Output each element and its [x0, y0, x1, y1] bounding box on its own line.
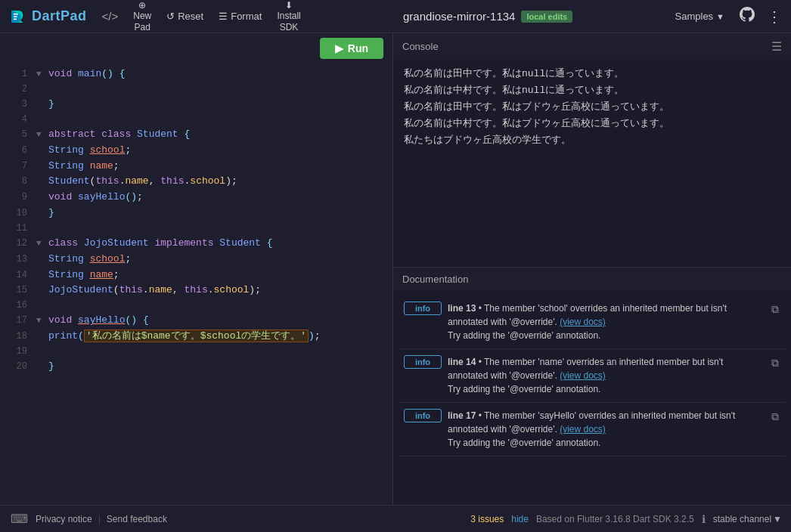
copy-button[interactable]: ⧉ — [770, 409, 780, 425]
info-badge: info — [404, 302, 442, 315]
keyboard-icon: ⌨ — [11, 512, 28, 525]
format-button[interactable]: ☰ Format — [212, 8, 268, 25]
new-pad-label: New Pad — [133, 11, 151, 32]
github-button[interactable] — [735, 2, 759, 30]
svg-rect-2 — [14, 18, 17, 20]
docs-header: Documentation — [393, 268, 791, 291]
line-number: 19 — [6, 345, 27, 359]
more-options-button[interactable]: ⋮ — [764, 5, 785, 29]
console-clear-button[interactable]: ☰ — [771, 39, 782, 54]
format-icon: ☰ — [219, 11, 228, 22]
code-text: JojoStudent(this.name, this.school); — [48, 283, 386, 298]
brand-area: DartPad — [6, 6, 87, 27]
code-line[interactable]: 8 Student(this.name, this.school); — [0, 174, 392, 190]
console-line: 私の名前は田中です。私はnullに通っています。 — [404, 66, 780, 82]
code-line[interactable]: 16 — [0, 298, 392, 313]
view-docs-link[interactable]: (view docs) — [560, 370, 606, 381]
code-icon: </> — [102, 10, 119, 23]
flutter-info-button[interactable]: ℹ — [702, 513, 706, 525]
privacy-notice-link[interactable]: Privacy notice — [36, 514, 92, 524]
view-docs-link[interactable]: (view docs) — [560, 317, 606, 327]
code-line[interactable]: 2 — [0, 82, 392, 97]
line-number: 20 — [6, 360, 27, 374]
code-editor[interactable]: 1 ▼ void main() { 2 3 } 4 5 ▼ abstract c… — [0, 63, 392, 505]
code-line[interactable]: 3 } — [0, 97, 392, 113]
copy-button[interactable]: ⧉ — [770, 302, 780, 317]
samples-button[interactable]: Samples ▼ — [669, 8, 731, 25]
line-number: 7 — [6, 159, 27, 174]
copy-button[interactable]: ⧉ — [770, 355, 780, 371]
code-line[interactable]: 4 — [0, 113, 392, 127]
editor-panel: ▶ Run 1 ▼ void main() { 2 3 } 4 5 ▼ abst… — [0, 33, 393, 505]
code-line[interactable]: 5 ▼ abstract class Student { — [0, 127, 392, 143]
code-line[interactable]: 14 String name; — [0, 268, 392, 283]
code-line[interactable]: 7 String name; — [0, 159, 392, 175]
line-number: 16 — [6, 298, 27, 313]
line-number: 4 — [6, 113, 27, 127]
code-text: String school; — [48, 143, 386, 159]
flutter-info: Based on Flutter 3.16.8 Dart SDK 3.2.5 — [536, 514, 694, 524]
send-feedback-link[interactable]: Send feedback — [107, 514, 167, 524]
channel-selector[interactable]: stable channel ▼ — [713, 514, 782, 524]
code-line[interactable]: 9 void sayHello(); — [0, 190, 392, 206]
toolbar: DartPad </> ⊕ New Pad ↺ Reset ☰ Format ⬇… — [0, 0, 791, 33]
download-icon: ⬇ — [285, 0, 293, 11]
fold-arrow: ▼ — [36, 128, 45, 142]
code-line[interactable]: 15 JojoStudent(this.name, this.school); — [0, 283, 392, 298]
console-header: Console ☰ — [393, 33, 791, 60]
code-line[interactable]: 13 String school; — [0, 252, 392, 268]
dart-logo-icon — [6, 6, 27, 27]
docs-content: info line 13 • The member 'school' overr… — [393, 291, 791, 505]
line-number: 14 — [6, 268, 27, 283]
line-number: 12 — [6, 237, 27, 251]
console-line: 私の名前は田中です。私はブドウヶ丘高校に通っています。 — [404, 99, 780, 116]
fold-arrow: ▼ — [36, 237, 45, 251]
console-line: 私の名前は中村です。私はnullに通っています。 — [404, 82, 780, 99]
code-text: void main() { — [48, 66, 386, 82]
line-number: 10 — [6, 206, 27, 221]
more-icon: ⋮ — [767, 8, 782, 25]
info-badge: info — [404, 409, 442, 422]
code-text: } — [48, 206, 386, 221]
clear-icon: ☰ — [771, 40, 782, 53]
code-line[interactable]: 10 } — [0, 206, 392, 221]
code-line[interactable]: 1 ▼ void main() { — [0, 66, 392, 82]
reset-button[interactable]: ↺ Reset — [160, 8, 209, 25]
info-icon: ℹ — [702, 513, 706, 525]
editor-header: ▶ Run — [0, 33, 392, 63]
run-button[interactable]: ▶ Run — [320, 38, 383, 59]
status-separator: | — [98, 514, 101, 524]
code-text: print('私の名前は$nameです。$schoolの学生です。'); — [48, 329, 386, 345]
line-number: 13 — [6, 252, 27, 267]
github-icon — [738, 5, 756, 23]
doc-line-ref: line 17 — [448, 410, 476, 421]
code-line[interactable]: 20 } — [0, 359, 392, 375]
code-text: } — [48, 97, 386, 113]
line-number: 6 — [6, 144, 27, 158]
code-toggle-button[interactable]: </> — [96, 7, 125, 26]
format-label: Format — [231, 11, 262, 22]
docs-panel: Documentation info line 13 • The member … — [393, 268, 791, 505]
line-number: 5 — [6, 128, 27, 142]
code-text: String name; — [48, 268, 386, 283]
toolbar-right: Samples ▼ ⋮ — [669, 2, 785, 30]
code-line[interactable]: 18 print('私の名前は$nameです。$schoolの学生です。'); — [0, 329, 392, 345]
hide-button[interactable]: hide — [511, 514, 529, 524]
code-line[interactable]: 17 ▼ void sayHello() { — [0, 313, 392, 329]
view-docs-link[interactable]: (view docs) — [560, 424, 606, 435]
code-line[interactable]: 6 String school; — [0, 143, 392, 159]
code-line[interactable]: 11 — [0, 221, 392, 236]
keyboard-button[interactable]: ⌨ — [9, 510, 29, 527]
new-pad-icon: ⊕ — [138, 0, 146, 11]
svg-rect-1 — [14, 16, 17, 17]
code-line[interactable]: 19 — [0, 345, 392, 359]
doc-item: info line 13 • The member 'school' overr… — [399, 295, 785, 349]
new-pad-button[interactable]: ⊕ New Pad — [127, 0, 157, 36]
line-number: 11 — [6, 221, 27, 236]
install-sdk-button[interactable]: ⬇ Install SDK — [271, 0, 306, 36]
code-line[interactable]: 12 ▼ class JojoStudent implements Studen… — [0, 236, 392, 252]
doc-message: line 13 • The member 'school' overrides … — [448, 302, 764, 342]
code-text: Student(this.name, this.school); — [48, 174, 386, 190]
samples-label: Samples — [675, 11, 714, 22]
main-content: ▶ Run 1 ▼ void main() { 2 3 } 4 5 ▼ abst… — [0, 33, 791, 505]
